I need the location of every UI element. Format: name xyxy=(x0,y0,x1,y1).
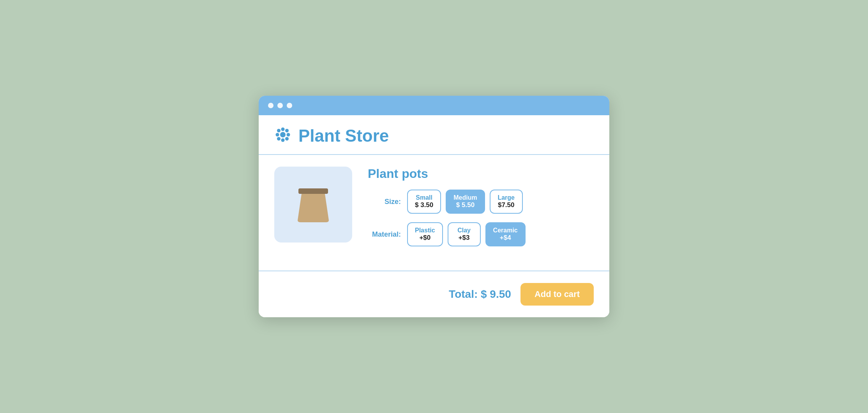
material-plastic-price: +$0 xyxy=(419,234,430,242)
section-divider xyxy=(259,271,609,271)
material-plastic-button[interactable]: Plastic +$0 xyxy=(407,222,443,246)
total-text: Total: $ 9.50 xyxy=(449,288,511,301)
product-name: Plant pots xyxy=(368,167,594,181)
traffic-light-1 xyxy=(268,103,273,108)
size-medium-price: $ 5.50 xyxy=(456,201,475,209)
svg-point-6 xyxy=(285,129,289,132)
store-logo-icon xyxy=(274,126,291,146)
size-small-button[interactable]: Small $ 3.50 xyxy=(407,190,441,214)
footer-row: Total: $ 9.50 Add to cart xyxy=(259,279,609,317)
size-large-name: Large xyxy=(498,194,515,201)
material-plastic-name: Plastic xyxy=(415,227,435,234)
store-header: Plant Store xyxy=(259,115,609,155)
material-ceramic-button[interactable]: Ceramic +$4 xyxy=(485,222,526,246)
svg-point-3 xyxy=(276,133,279,137)
browser-content: Plant Store Plant pots Size: xyxy=(259,115,609,317)
svg-point-5 xyxy=(277,129,281,132)
add-to-cart-button[interactable]: Add to cart xyxy=(520,283,594,306)
size-label: Size: xyxy=(368,198,401,206)
svg-point-4 xyxy=(287,133,290,137)
size-small-name: Small xyxy=(416,194,432,201)
size-large-price: $7.50 xyxy=(498,201,515,209)
material-clay-price: +$3 xyxy=(459,234,470,242)
material-label: Material: xyxy=(368,230,401,239)
browser-titlebar xyxy=(259,96,609,115)
svg-point-1 xyxy=(281,128,285,131)
browser-window: Plant Store Plant pots Size: xyxy=(259,96,609,317)
svg-point-0 xyxy=(280,132,286,137)
material-clay-name: Clay xyxy=(457,227,471,234)
material-ceramic-price: +$4 xyxy=(500,234,511,242)
material-buttons: Plastic +$0 Clay +$3 Ceramic +$4 xyxy=(407,222,526,246)
size-buttons: Small $ 3.50 Medium $ 5.50 Large $7.50 xyxy=(407,190,523,214)
size-option-row: Size: Small $ 3.50 Medium $ 5.50 Large $ xyxy=(368,190,594,214)
product-image-container xyxy=(274,167,352,243)
size-small-price: $ 3.50 xyxy=(415,201,433,209)
pot-image xyxy=(290,181,337,228)
product-details: Plant pots Size: Small $ 3.50 Medium $ 5… xyxy=(368,167,594,255)
svg-point-2 xyxy=(281,139,285,142)
store-title: Plant Store xyxy=(298,126,389,146)
material-option-row: Material: Plastic +$0 Clay +$3 Ceramic + xyxy=(368,222,594,246)
traffic-light-3 xyxy=(287,103,292,108)
material-ceramic-name: Ceramic xyxy=(493,227,518,234)
product-section: Plant pots Size: Small $ 3.50 Medium $ 5… xyxy=(259,155,609,267)
size-medium-button[interactable]: Medium $ 5.50 xyxy=(446,190,485,214)
svg-rect-9 xyxy=(298,188,328,194)
traffic-light-2 xyxy=(277,103,283,108)
svg-point-8 xyxy=(285,137,289,141)
size-large-button[interactable]: Large $7.50 xyxy=(490,190,523,214)
material-clay-button[interactable]: Clay +$3 xyxy=(448,222,481,246)
size-medium-name: Medium xyxy=(453,194,477,201)
svg-point-7 xyxy=(277,137,281,141)
